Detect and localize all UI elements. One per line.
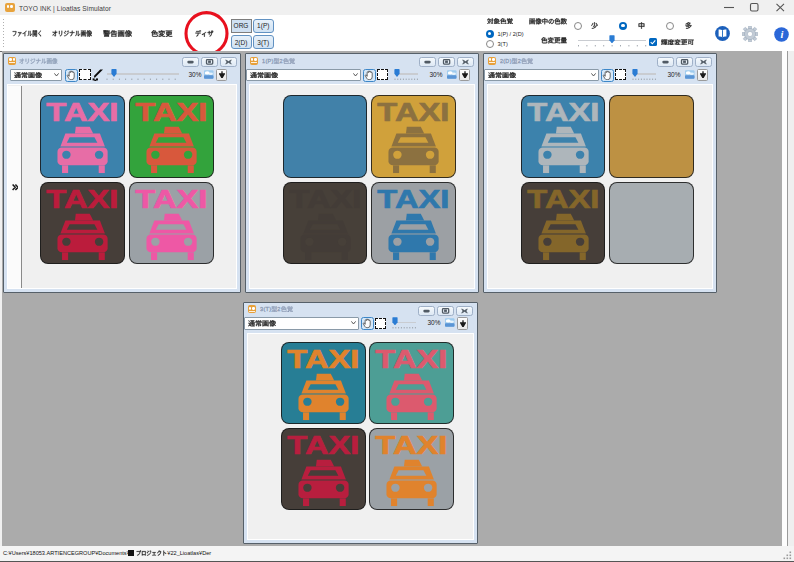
svg-text:TAXI: TAXI xyxy=(376,343,448,373)
svg-text:TAXI: TAXI xyxy=(287,343,359,373)
svg-text:TAXI: TAXI xyxy=(376,430,448,460)
svg-text:TAXI: TAXI xyxy=(287,430,359,460)
